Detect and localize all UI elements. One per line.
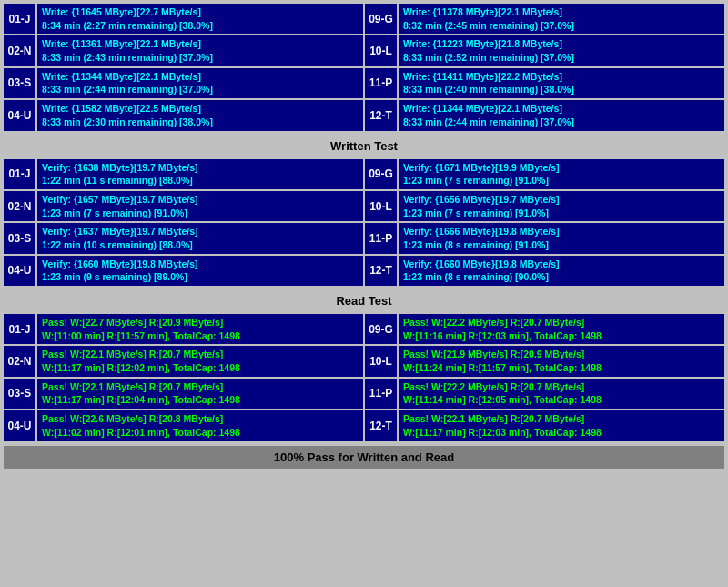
drive-data-cell: Pass! W:[21.9 MByte/s] R:[20.9 MByte/s]W… — [399, 346, 724, 376]
drive-id-label: 01-J — [4, 4, 35, 34]
table-row: 01-JWrite: {11645 MByte}[22.7 MByte/s]8:… — [4, 4, 363, 34]
table-row: 09-GWrite: {11378 MByte}[22.1 MByte/s]8:… — [365, 4, 724, 34]
drive-id-label: 09-G — [365, 159, 397, 189]
drive-data-cell: Pass! W:[22.2 MByte/s] R:[20.7 MByte/s]W… — [399, 379, 724, 409]
drive-data-cell: Write: {11582 MByte}[22.5 MByte/s]8:33 m… — [37, 100, 363, 130]
write-section: 01-JWrite: {11645 MByte}[22.7 MByte/s]8:… — [4, 4, 724, 133]
drive-data-cell: Verify: {1660 MByte}[19.8 MByte/s]1:23 m… — [399, 256, 724, 286]
drive-data-cell: Pass! W:[22.1 MByte/s] R:[20.7 MByte/s]W… — [37, 346, 363, 376]
drive-data-cell: Verify: {1637 MByte}[19.7 MByte/s]1:22 m… — [37, 223, 363, 253]
drive-id-label: 01-J — [4, 159, 35, 189]
drive-id-label: 04-U — [4, 410, 35, 440]
table-row: 03-SWrite: {11344 MByte}[22.1 MByte/s]8:… — [4, 68, 363, 98]
table-row: 11-PWrite: {11411 MByte}[22.2 MByte/s]8:… — [365, 68, 724, 98]
write-left: 01-JWrite: {11645 MByte}[22.7 MByte/s]8:… — [4, 4, 363, 133]
drive-data-cell: Verify: {1657 MByte}[19.7 MByte/s]1:23 m… — [37, 191, 363, 221]
read-left: 01-JPass! W:[22.7 MByte/s] R:[20.9 MByte… — [4, 314, 363, 443]
table-row: 04-UVerify: {1660 MByte}[19.8 MByte/s]1:… — [4, 256, 363, 286]
drive-id-label: 12-T — [365, 256, 397, 286]
table-row: 03-SVerify: {1637 MByte}[19.7 MByte/s]1:… — [4, 223, 363, 253]
written-test-header: Written Test — [4, 136, 724, 157]
drive-id-label: 02-N — [4, 191, 35, 221]
drive-id-label: 03-S — [4, 379, 35, 409]
drive-id-label: 11-P — [365, 68, 397, 98]
drive-data-cell: Verify: {1660 MByte}[19.8 MByte/s]1:23 m… — [37, 256, 363, 286]
table-row: 12-TWrite: {11344 MByte}[22.1 MByte/s]8:… — [365, 100, 724, 130]
table-row: 03-SPass! W:[22.1 MByte/s] R:[20.7 MByte… — [4, 379, 363, 409]
drive-id-label: 04-U — [4, 100, 35, 130]
table-row: 10-LPass! W:[21.9 MByte/s] R:[20.9 MByte… — [365, 346, 724, 376]
table-row: 04-UPass! W:[22.6 MByte/s] R:[20.8 MByte… — [4, 410, 363, 440]
drive-id-label: 11-P — [365, 223, 397, 253]
drive-data-cell: Write: {11411 MByte}[22.2 MByte/s]8:33 m… — [399, 68, 724, 98]
drive-data-cell: Write: {11378 MByte}[22.1 MByte/s]8:32 m… — [399, 4, 724, 34]
drive-id-label: 04-U — [4, 256, 35, 286]
drive-data-cell: Pass! W:[22.1 MByte/s] R:[20.7 MByte/s]W… — [37, 379, 363, 409]
verify-grid: 01-JVerify: {1638 MByte}[19.7 MByte/s]1:… — [4, 159, 724, 288]
drive-data-cell: Pass! W:[22.2 MByte/s] R:[20.7 MByte/s]W… — [399, 314, 724, 344]
drive-id-label: 02-N — [4, 346, 35, 376]
drive-id-label: 02-N — [4, 35, 35, 66]
drive-data-cell: Write: {11223 MByte}[21.8 MByte/s]8:33 m… — [399, 35, 724, 66]
table-row: 10-LVerify: {1656 MByte}[19.7 MByte/s]1:… — [365, 191, 724, 221]
drive-data-cell: Verify: {1666 MByte}[19.8 MByte/s]1:23 m… — [399, 223, 724, 253]
drive-id-label: 12-T — [365, 100, 397, 130]
verify-right: 09-GVerify: {1671 MByte}[19.9 MByte/s]1:… — [365, 159, 724, 288]
drive-id-label: 09-G — [365, 314, 397, 344]
drive-id-label: 10-L — [365, 346, 397, 376]
read-test-header: Read Test — [4, 290, 724, 311]
drive-id-label: 12-T — [365, 410, 397, 440]
table-row: 01-JPass! W:[22.7 MByte/s] R:[20.9 MByte… — [4, 314, 363, 344]
read-section: 01-JPass! W:[22.7 MByte/s] R:[20.9 MByte… — [4, 314, 724, 443]
table-row: 10-LWrite: {11223 MByte}[21.8 MByte/s]8:… — [365, 35, 724, 66]
drive-data-cell: Write: {11645 MByte}[22.7 MByte/s]8:34 m… — [37, 4, 363, 34]
drive-id-label: 10-L — [365, 191, 397, 221]
bottom-status-text: 100% Pass for Written and Read — [274, 450, 454, 464]
drive-id-label: 10-L — [365, 35, 397, 66]
read-grid: 01-JPass! W:[22.7 MByte/s] R:[20.9 MByte… — [4, 314, 724, 443]
verify-section: 01-JVerify: {1638 MByte}[19.7 MByte/s]1:… — [4, 159, 724, 288]
table-row: 09-GPass! W:[22.2 MByte/s] R:[20.7 MByte… — [365, 314, 724, 344]
drive-data-cell: Pass! W:[22.6 MByte/s] R:[20.8 MByte/s]W… — [37, 410, 363, 440]
drive-data-cell: Write: {11344 MByte}[22.1 MByte/s]8:33 m… — [37, 68, 363, 98]
table-row: 09-GVerify: {1671 MByte}[19.9 MByte/s]1:… — [365, 159, 724, 189]
drive-data-cell: Verify: {1671 MByte}[19.9 MByte/s]1:23 m… — [399, 159, 724, 189]
write-grid: 01-JWrite: {11645 MByte}[22.7 MByte/s]8:… — [4, 4, 724, 133]
drive-id-label: 03-S — [4, 68, 35, 98]
written-test-label: Written Test — [330, 139, 398, 153]
drive-id-label: 11-P — [365, 379, 397, 409]
main-container: 01-JWrite: {11645 MByte}[22.7 MByte/s]8:… — [0, 0, 728, 472]
drive-id-label: 09-G — [365, 4, 397, 34]
table-row: 02-NVerify: {1657 MByte}[19.7 MByte/s]1:… — [4, 191, 363, 221]
table-row: 04-UWrite: {11582 MByte}[22.5 MByte/s]8:… — [4, 100, 363, 130]
bottom-status: 100% Pass for Written and Read — [4, 446, 724, 469]
read-test-label: Read Test — [336, 294, 391, 308]
write-right: 09-GWrite: {11378 MByte}[22.1 MByte/s]8:… — [365, 4, 724, 133]
read-right: 09-GPass! W:[22.2 MByte/s] R:[20.7 MByte… — [365, 314, 724, 443]
table-row: 12-TVerify: {1660 MByte}[19.8 MByte/s]1:… — [365, 256, 724, 286]
drive-id-label: 01-J — [4, 314, 35, 344]
drive-data-cell: Pass! W:[22.7 MByte/s] R:[20.9 MByte/s]W… — [37, 314, 363, 344]
drive-id-label: 03-S — [4, 223, 35, 253]
table-row: 01-JVerify: {1638 MByte}[19.7 MByte/s]1:… — [4, 159, 363, 189]
table-row: 11-PPass! W:[22.2 MByte/s] R:[20.7 MByte… — [365, 379, 724, 409]
drive-data-cell: Verify: {1656 MByte}[19.7 MByte/s]1:23 m… — [399, 191, 724, 221]
drive-data-cell: Verify: {1638 MByte}[19.7 MByte/s]1:22 m… — [37, 159, 363, 189]
drive-data-cell: Pass! W:[22.1 MByte/s] R:[20.7 MByte/s]W… — [399, 410, 724, 440]
table-row: 12-TPass! W:[22.1 MByte/s] R:[20.7 MByte… — [365, 410, 724, 440]
table-row: 02-NPass! W:[22.1 MByte/s] R:[20.7 MByte… — [4, 346, 363, 376]
drive-data-cell: Write: {11344 MByte}[22.1 MByte/s]8:33 m… — [399, 100, 724, 130]
verify-left: 01-JVerify: {1638 MByte}[19.7 MByte/s]1:… — [4, 159, 363, 288]
table-row: 02-NWrite: {11361 MByte}[22.1 MByte/s]8:… — [4, 35, 363, 66]
drive-data-cell: Write: {11361 MByte}[22.1 MByte/s]8:33 m… — [37, 35, 363, 66]
table-row: 11-PVerify: {1666 MByte}[19.8 MByte/s]1:… — [365, 223, 724, 253]
